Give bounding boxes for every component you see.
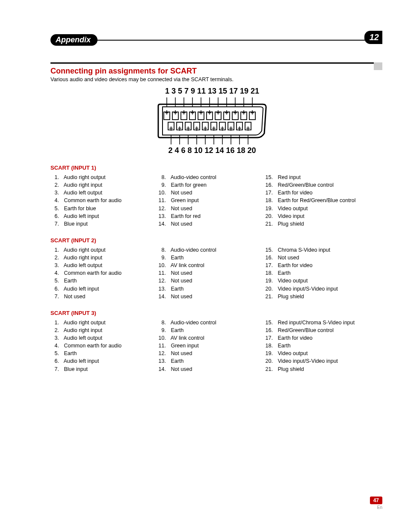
pin-label: Common earth for audio bbox=[62, 197, 121, 203]
pin-row: 3. Audio left output bbox=[50, 189, 157, 197]
page-content: Connecting pin assignments for SCART Var… bbox=[50, 67, 374, 373]
pin-number: 14. bbox=[157, 293, 166, 300]
scart3-title: SCART (INPUT 3) bbox=[50, 310, 374, 316]
pin-label: Earth for video bbox=[276, 262, 313, 268]
pin-label: Red/Green/Blue control bbox=[276, 327, 334, 333]
pin-number: 9. bbox=[157, 254, 166, 262]
header-rule bbox=[95, 40, 382, 41]
intro-text: Various audio and video devices may be c… bbox=[50, 76, 374, 82]
pin-row: 7. Blue input bbox=[50, 220, 157, 228]
pin-row: 15. Red input/Chroma S-Video input bbox=[264, 319, 374, 326]
pin-label: Earth for blue bbox=[62, 206, 96, 212]
pin-label: Plug shield bbox=[276, 366, 304, 372]
scart1-col1: 1. Audio right output2. Audio right inpu… bbox=[50, 173, 157, 228]
pin-number: 18. bbox=[264, 197, 273, 204]
scart-diagram: 1 3 5 7 9 11 13 15 17 19 21 bbox=[50, 87, 374, 155]
pin-row: 19. Video output bbox=[264, 277, 374, 285]
pin-label: Audio right input bbox=[62, 182, 102, 188]
pin-row: 14. Not used bbox=[157, 293, 264, 300]
pin-number: 14. bbox=[157, 220, 166, 228]
pin-label: Not used bbox=[276, 255, 299, 261]
pin-label: Earth bbox=[169, 327, 183, 333]
pin-number: 13. bbox=[157, 285, 166, 293]
pin-label: Not used bbox=[169, 294, 192, 300]
pin-label: AV link control bbox=[169, 262, 204, 268]
pin-row: 4. Common earth for audio bbox=[50, 342, 157, 350]
pin-label: Video output bbox=[276, 206, 307, 212]
pin-number: 10. bbox=[157, 334, 166, 342]
pin-number: 7. bbox=[50, 220, 59, 228]
pin-number: 20. bbox=[264, 212, 273, 220]
pin-number: 1. bbox=[50, 319, 59, 326]
pin-label: Audio left input bbox=[62, 286, 99, 292]
pin-label: Audio right output bbox=[62, 247, 106, 253]
pin-row: 9. Earth bbox=[157, 326, 264, 334]
pin-label: Audio left output bbox=[62, 335, 102, 341]
pin-label: Video input/S-Video input bbox=[276, 286, 338, 292]
pin-label: Video output bbox=[276, 350, 307, 356]
scart3-col3: 15. Red input/Chroma S-Video input16. Re… bbox=[264, 319, 374, 373]
pin-number: 1. bbox=[50, 173, 59, 181]
pin-row: 9. Earth bbox=[157, 254, 264, 262]
pin-number: 16. bbox=[264, 326, 273, 334]
pin-row: 16. Red/Green/Blue control bbox=[264, 181, 374, 189]
scart-connector-icon bbox=[157, 97, 268, 144]
pin-number: 15. bbox=[264, 173, 273, 181]
page-number-badge: 47 bbox=[370, 497, 382, 504]
pin-number: 8. bbox=[157, 173, 166, 181]
pin-number: 7. bbox=[50, 365, 59, 373]
pin-number: 15. bbox=[264, 246, 273, 254]
pin-number: 10. bbox=[157, 262, 166, 269]
pin-number: 1. bbox=[50, 246, 59, 254]
pin-label: Not used bbox=[169, 350, 192, 356]
pin-number: 20. bbox=[264, 357, 273, 365]
pin-number: 6. bbox=[50, 212, 59, 220]
pin-row: 3. Audio left output bbox=[50, 334, 157, 342]
pin-number: 12. bbox=[157, 205, 166, 212]
pin-number: 17. bbox=[264, 334, 273, 342]
pin-number: 19. bbox=[264, 277, 273, 285]
pin-number: 6. bbox=[50, 357, 59, 365]
pin-label: Red/Green/Blue control bbox=[276, 182, 334, 188]
pin-row: 11. Not used bbox=[157, 269, 264, 277]
pin-row: 17. Earth for video bbox=[264, 262, 374, 269]
pin-row: 12. Not used bbox=[157, 277, 264, 285]
pin-label: Green input bbox=[169, 197, 199, 203]
pin-number: 3. bbox=[50, 334, 59, 342]
scart1-col2: 8. Audio-video control9. Earth for green… bbox=[157, 173, 264, 228]
scart2-col2: 8. Audio-video control9. Earth10. AV lin… bbox=[157, 246, 264, 300]
pin-row: 9. Earth for green bbox=[157, 181, 264, 189]
pin-number: 8. bbox=[157, 319, 166, 326]
pin-number: 6. bbox=[50, 285, 59, 293]
pin-label: Blue input bbox=[62, 366, 88, 372]
pin-number: 13. bbox=[157, 357, 166, 365]
pin-number: 21. bbox=[264, 220, 273, 228]
scart2-col1: 1. Audio right output2. Audio right inpu… bbox=[50, 246, 157, 300]
section-rule-grey bbox=[374, 62, 382, 70]
pin-row: 11. Green input bbox=[157, 197, 264, 204]
pin-label: Video input/S-Video input bbox=[276, 358, 338, 364]
pin-row: 1. Audio right output bbox=[50, 173, 157, 181]
language-label: En bbox=[370, 505, 382, 510]
pin-label: Earth bbox=[62, 350, 77, 356]
diagram-top-numbers: 1 3 5 7 9 11 13 15 17 19 21 bbox=[50, 87, 374, 96]
scart2-col3: 15. Chroma S-Video input16. Not used17. … bbox=[264, 246, 374, 300]
appendix-label: Appendix bbox=[56, 35, 91, 44]
pin-number: 15. bbox=[264, 319, 273, 326]
scart1-col3: 15. Red input16. Red/Green/Blue control1… bbox=[264, 173, 374, 228]
pin-label: Earth bbox=[169, 358, 183, 364]
pin-label: Earth bbox=[276, 343, 290, 349]
pin-label: Not used bbox=[62, 294, 86, 300]
pin-number: 10. bbox=[157, 189, 166, 197]
pin-row: 1. Audio right output bbox=[50, 246, 157, 254]
pin-label: Audio left output bbox=[62, 190, 102, 196]
pin-row: 18. Earth bbox=[264, 269, 374, 277]
pin-label: Audio-video control bbox=[169, 174, 216, 180]
pin-number: 16. bbox=[264, 181, 273, 189]
pin-number: 18. bbox=[264, 342, 273, 350]
pin-row: 5. Earth bbox=[50, 350, 157, 357]
pin-row: 21. Plug shield bbox=[264, 365, 374, 373]
pin-number: 4. bbox=[50, 342, 59, 350]
pin-number: 2. bbox=[50, 326, 59, 334]
pin-row: 10. AV link control bbox=[157, 262, 264, 269]
